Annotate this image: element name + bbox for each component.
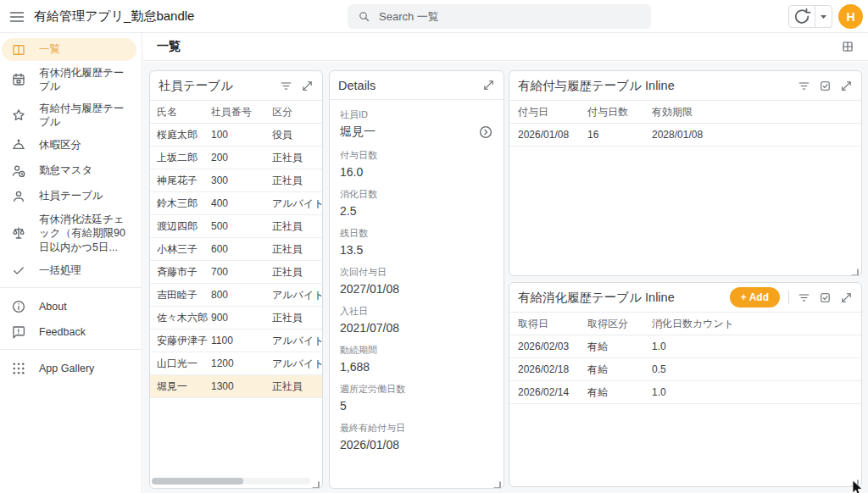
column-header[interactable]: 取得日 (518, 317, 587, 331)
caret-down-icon[interactable] (815, 6, 832, 27)
divider (788, 291, 789, 304)
sidebar-item[interactable]: App Gallery (2, 357, 136, 380)
sidebar-divider (0, 349, 142, 350)
filter-icon[interactable] (798, 291, 810, 304)
table-cell: 正社員 (272, 311, 323, 325)
table-cell: 鈴木三郎 (157, 197, 211, 211)
column-header[interactable]: 付与日 (518, 105, 587, 119)
column-header[interactable]: 氏名 (157, 105, 211, 119)
table-row[interactable]: 2026/02/18有給0.5 (509, 358, 861, 381)
sidebar-item[interactable]: About (2, 296, 136, 319)
table-cell: 1300 (211, 380, 272, 392)
table-row[interactable]: 渡辺四郎500正社員在籍 (150, 215, 322, 238)
checkbox-icon[interactable] (819, 291, 832, 304)
detail-field: 残日数13.5 (340, 227, 493, 257)
table-body: 桜庭太郎100役員在籍上坂二郎200正社員在籍神尾花子300正社員在籍鈴木三郎4… (150, 124, 322, 398)
menu-icon[interactable] (8, 8, 25, 25)
table-cell: 佐々木六郎 (157, 311, 211, 325)
field-label: 社員ID (340, 108, 493, 121)
table-row[interactable]: 2026/02/14有給1.0 (509, 381, 861, 404)
table-row[interactable]: 佐々木六郎900正社員在籍 (150, 307, 322, 330)
sync-button-group (788, 5, 832, 28)
column-header[interactable]: 取得区分 (587, 317, 652, 331)
field-value: 2.5 (340, 204, 356, 218)
resize-handle-icon[interactable] (311, 477, 320, 485)
table-cell: アルバイト (272, 357, 323, 371)
sidebar-item[interactable]: 有休消化法廷チェック（有給期限90日以内かつ5日... (2, 210, 136, 257)
table-cell: 役員 (272, 128, 323, 142)
avatar[interactable]: H (838, 4, 863, 29)
expand-icon[interactable] (840, 291, 853, 304)
app-title: 有給管理アプリ_勤怠bandle (34, 8, 194, 25)
filter-icon[interactable] (798, 80, 810, 92)
panel-title: 有給消化履歴テーブル Inline (518, 290, 675, 306)
star-icon (11, 108, 26, 123)
sidebar-item[interactable]: Feedback (2, 321, 136, 344)
table-row[interactable]: 安藤伊津子1100アルバイト在籍 (150, 330, 322, 352)
table-row[interactable]: 吉田睦子800アルバイト在籍 (150, 284, 322, 307)
resize-handle-icon[interactable] (850, 264, 859, 273)
table-row[interactable]: 小林三子600正社員在籍 (150, 238, 322, 261)
detail-field: 入社日2021/07/08 (340, 305, 493, 335)
table-row[interactable]: 神尾花子300正社員在籍 (150, 169, 322, 192)
add-button[interactable]: + Add (730, 287, 780, 307)
calendar-icon (11, 72, 26, 87)
sidebar-item-label: 一覧 (39, 42, 60, 56)
table-cell: 安藤伊津子 (157, 334, 211, 348)
panel-header: 有給消化履歴テーブル Inline + Add (509, 283, 861, 312)
table-cell: 正社員 (272, 219, 323, 234)
expand-icon[interactable] (301, 80, 314, 92)
sidebar-item[interactable]: 勤怠マスタ (2, 159, 136, 182)
table-cell: 2026/02/18 (518, 363, 587, 375)
sidebar-item[interactable]: 有給付与履歴テーブル (2, 99, 136, 132)
table-row[interactable]: 桜庭太郎100役員在籍 (150, 124, 322, 147)
table-header-row: 付与日付与日数有効期限 (509, 100, 861, 124)
filter-icon[interactable] (280, 80, 292, 92)
table-cell: 700 (211, 266, 272, 278)
table-cell: 神尾花子 (157, 174, 211, 188)
table-row[interactable]: 2026/02/03有給1.0 (509, 335, 861, 358)
sidebar-item[interactable]: 休暇区分 (2, 134, 136, 157)
sidebar-item-label: About (39, 300, 67, 313)
sidebar-item[interactable]: 有休消化履歴テーブル (2, 64, 136, 97)
column-header[interactable]: 社員番号 (211, 105, 272, 119)
panel-header: 有給付与履歴テーブル Inline (509, 71, 861, 100)
expand-icon[interactable] (840, 80, 853, 92)
table-row[interactable]: 斉藤市子700正社員在籍 (150, 261, 322, 284)
table-cell: 1.0 (652, 386, 861, 398)
scrollbar-thumb[interactable] (152, 478, 243, 485)
sidebar-nav: 一覧有休消化履歴テーブル有給付与履歴テーブル休暇区分勤怠マスタ社員テーブル有休消… (0, 38, 142, 282)
table-row[interactable]: 上坂二郎200正社員在籍 (150, 147, 322, 169)
column-header[interactable]: 付与日数 (587, 105, 652, 119)
table-cell: 2026/02/03 (518, 341, 587, 352)
chevron-circle-icon[interactable] (478, 125, 493, 140)
sidebar-item[interactable]: 一括処理 (2, 259, 136, 282)
field-label: 消化日数 (340, 188, 493, 201)
search-input[interactable] (379, 10, 641, 23)
table-cell: 正社員 (272, 242, 323, 257)
sync-icon[interactable] (789, 6, 815, 27)
resize-handle-icon[interactable] (492, 477, 501, 485)
table-row[interactable]: 2026/01/08162028/01/08 (509, 124, 861, 147)
column-header[interactable]: 区分 (272, 105, 323, 119)
column-header[interactable]: 有効期限 (652, 105, 861, 119)
column-header[interactable]: 消化日数カウント (652, 317, 861, 331)
checkbox-icon[interactable] (819, 80, 832, 92)
table-cell: 1.0 (652, 341, 861, 352)
grid-view-icon[interactable] (841, 40, 854, 53)
search-box[interactable] (348, 4, 651, 29)
table-row[interactable]: 堀見一1300正社員在籍 (150, 375, 322, 398)
table-header-row: 氏名社員番号区分在籍 (150, 100, 322, 124)
table-row[interactable]: 鈴木三郎400アルバイト在籍 (150, 192, 322, 215)
field-value: 5 (340, 399, 347, 413)
person-icon (11, 189, 26, 204)
page-title: 一覧 (157, 39, 181, 54)
sidebar-item[interactable]: 社員テーブル (2, 185, 136, 208)
check-icon (11, 263, 26, 278)
horizontal-scrollbar[interactable] (152, 478, 310, 485)
sidebar-item[interactable]: 一覧 (2, 38, 136, 61)
table-cell: アルバイト (272, 197, 323, 211)
table-row[interactable]: 山口光一1200アルバイト在籍 (150, 352, 322, 375)
sidebar-item-label: Feedback (39, 325, 86, 339)
expand-icon[interactable] (482, 79, 495, 91)
